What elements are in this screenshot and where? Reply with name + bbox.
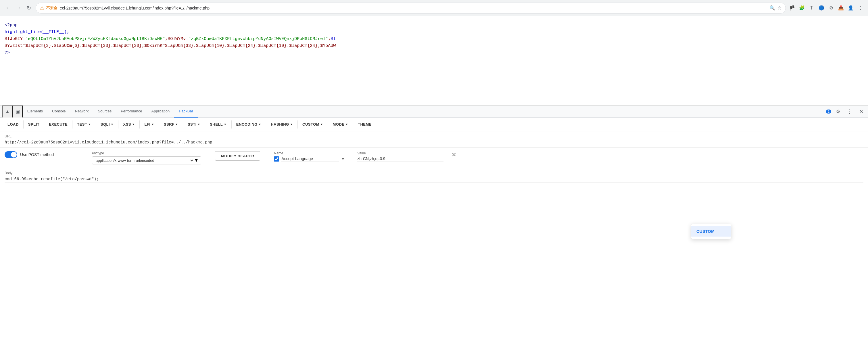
search-icon: 🔍 [769,5,775,11]
code-line-4: $YwzIst=$lapUCm{3}.$lapUCm{6}.$lapUCm{33… [5,42,863,50]
custom-dropdown-popup: CUSTOM [691,224,731,239]
profile-button[interactable]: 👤 [847,4,855,12]
load-button[interactable]: LOAD [3,119,23,130]
post-method-label: Use POST method [20,152,54,157]
execute-button[interactable]: EXECUTE [45,119,71,130]
menu-button[interactable]: ⋮ [857,4,865,12]
enctype-group: enctype application/x-www-form-urlencode… [92,151,201,165]
security-icon: ⚠ [40,5,44,11]
nav-buttons: ← → ↻ [3,3,33,13]
separator-1 [23,120,24,128]
tab-sources[interactable]: Sources [93,106,116,118]
extension-3-button[interactable]: T [808,4,816,12]
separator-8 [183,120,183,128]
mode-chevron: ▼ [345,123,348,126]
header-name-group: Name ▼ [274,151,345,162]
theme-button[interactable]: THEME [354,119,376,130]
body-input[interactable] [5,177,863,183]
test-chevron: ▼ [88,123,91,126]
separator-10 [231,120,232,128]
code-variable-2: $YwzIst=$lapUCm{3}.$lapUCm{6}.$lapUCm{33… [5,43,336,48]
enctype-select[interactable]: application/x-www-form-urlencoded multip… [95,158,194,163]
ssrf-button[interactable]: SSRF▼ [160,119,182,130]
header-name-dropdown-arrow[interactable]: ▼ [341,157,345,161]
page-content: <?php highlight_file(__FILE__); $lJbGIY=… [0,16,868,105]
url-label: URL [5,134,863,138]
separator-13 [328,120,328,128]
encoding-chevron: ▼ [258,123,261,126]
extension-6-button[interactable]: 📥 [837,4,845,12]
encoding-button[interactable]: ENCODING▼ [232,119,265,130]
tab-application[interactable]: Application [147,106,175,118]
separator-11 [266,120,266,128]
header-value-input[interactable] [357,156,443,162]
address-bar[interactable]: ⚠ 不安全 eci-2ze9aum75osp02m1yvii.cloudeci1… [36,3,786,13]
shell-button[interactable]: SHELL▼ [206,119,231,130]
ssti-chevron: ▼ [197,123,200,126]
modify-header-button[interactable]: MODIFY HEADER [215,151,260,161]
forward-button[interactable]: → [14,3,23,13]
header-name-label: Name [274,151,345,155]
extension-4-button[interactable]: 🔵 [817,4,826,12]
xss-button[interactable]: XSS▼ [119,119,139,130]
url-display: eci-2ze9aum75osp02m1yvii.cloudeci1.ichun… [60,6,767,10]
post-method-toggle[interactable] [5,151,17,158]
ssti-button[interactable]: SSTI▼ [184,119,204,130]
split-button[interactable]: SPLIT [24,119,43,130]
browser-actions: 🏴 🧩 T 🔵 ⚙ 📥 👤 ⋮ [788,4,865,12]
devtools-tabbar: ▲ ▣ Elements Console Network Sources Per… [0,106,868,118]
custom-dropdown-item-custom[interactable]: CUSTOM [691,226,731,237]
separator-4 [96,120,96,128]
code-line-2: highlight_file(__FILE__); [5,29,863,36]
hashing-button[interactable]: HASHING▼ [267,119,297,130]
hashing-chevron: ▼ [290,123,293,126]
security-label: 不安全 [46,5,58,11]
code-line-5: ?> [5,50,863,56]
header-row: Name ▼ Value ✕ [274,151,457,162]
hackbar-toolbar: LOAD SPLIT EXECUTE TEST▼ SQLI▼ XSS▼ LFI▼… [0,118,868,131]
devtools-inspect-icon[interactable]: ▲ [2,106,13,118]
header-name-input[interactable] [281,156,339,162]
php-close-tag: ?> [5,50,10,55]
header-name-input-wrapper: ▼ [274,156,345,162]
tab-elements[interactable]: Elements [23,106,48,118]
back-button[interactable]: ← [3,3,13,13]
tab-console[interactable]: Console [48,106,70,118]
code-variable-1: $lJbGIY="eQOLlCmTYhVJUnRAobPSvjrFzWZycHX… [5,36,336,41]
tab-hackbar[interactable]: HackBar [174,106,198,118]
code-line-1: <?php [5,22,863,29]
separator-9 [205,120,205,128]
separator-12 [298,120,298,128]
extension-5-button[interactable]: ⚙ [827,4,835,12]
code-line-3: $lJbGIY="eQOLlCmTYhVJUnRAobPSvjrFzWZycHX… [5,36,863,42]
lfi-button[interactable]: LFI▼ [140,119,158,130]
mode-button[interactable]: MODE▼ [329,119,352,130]
xss-chevron: ▼ [132,123,135,126]
header-checkbox[interactable] [274,156,279,161]
tab-performance[interactable]: Performance [116,106,147,118]
enctype-label: enctype [92,151,201,155]
devtools-more-button[interactable]: ⋮ [845,107,854,116]
devtools-settings-button[interactable]: ⚙ [834,107,843,116]
console-badge: 1 [826,110,831,114]
post-toggle-group: Use POST method [5,151,85,158]
extension-2-button[interactable]: 🧩 [798,4,806,12]
body-area: Body [0,168,868,186]
php-open-tag: <?php [5,23,18,28]
sqli-button[interactable]: SQLI▼ [97,119,118,130]
reload-button[interactable]: ↻ [24,3,33,13]
devtools-panel: ▲ ▣ Elements Console Network Sources Per… [0,105,868,186]
header-delete-button[interactable]: ✕ [452,151,457,158]
tab-network[interactable]: Network [70,106,93,118]
custom-button[interactable]: CUSTOM▼ [298,119,328,130]
enctype-select-wrapper: application/x-www-form-urlencoded multip… [92,156,201,165]
lfi-chevron: ▼ [151,123,154,126]
highlight-function: highlight_file(__FILE__); [5,30,69,34]
test-button[interactable]: TEST▼ [73,119,95,130]
ssrf-chevron: ▼ [175,123,178,126]
devtools-close-button[interactable]: ✕ [857,107,866,116]
devtools-device-icon[interactable]: ▣ [13,106,23,118]
extension-1-button[interactable]: 🏴 [788,4,796,12]
body-label: Body [5,171,863,175]
url-input[interactable] [5,140,863,145]
